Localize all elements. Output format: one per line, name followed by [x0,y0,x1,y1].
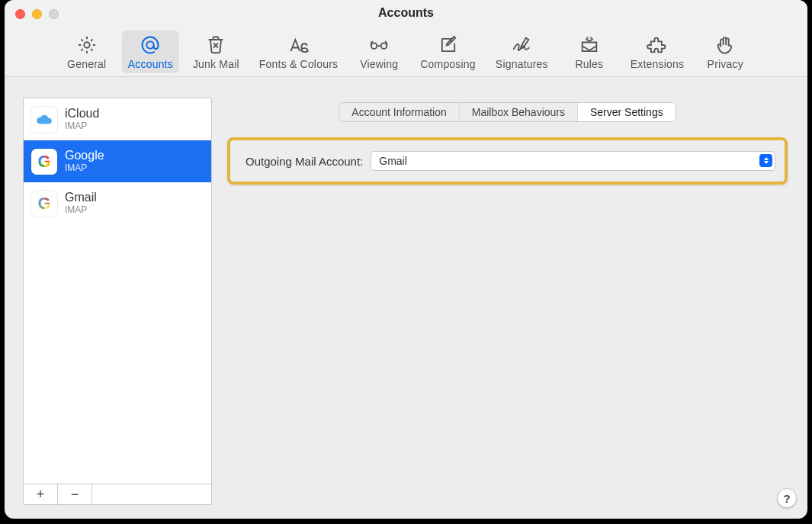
toolbar-viewing[interactable]: Viewing [351,31,406,73]
account-name: iCloud [65,107,99,121]
toolbar-label: Accounts [128,58,173,70]
remove-account-button[interactable]: − [58,484,92,504]
toolbar-privacy[interactable]: Privacy [698,31,753,73]
titlebar: Accounts General Accounts Junk Mail [5,0,807,77]
toolbar-junk-mail[interactable]: Junk Mail [187,31,246,73]
toolbar-fonts[interactable]: Fonts & Colours [253,31,344,73]
svg-point-2 [371,43,377,48]
toolbar-label: Composing [420,58,476,70]
outgoing-mail-label: Outgoing Mail Account: [246,155,363,168]
toolbar-rules[interactable]: Rules [562,31,617,73]
hand-icon [714,34,737,56]
toolbar-label: Rules [575,58,603,70]
toolbar-label: Junk Mail [193,58,239,70]
toolbar-composing[interactable]: Composing [414,31,482,73]
accounts-footer: + − [24,484,211,504]
toolbar-general[interactable]: General [59,31,114,73]
account-proto: IMAP [65,205,97,216]
at-sign-icon [139,34,162,56]
tab-server-settings[interactable]: Server Settings [578,103,676,121]
account-row-google[interactable]: G Google IMAP [24,140,211,182]
add-account-button[interactable]: + [24,484,58,504]
help-button[interactable]: ? [777,488,797,508]
preferences-window: Accounts General Accounts Junk Mail [5,0,807,519]
account-proto: IMAP [65,121,99,132]
rules-icon [578,34,601,56]
glasses-icon [367,34,390,56]
gmail-icon: G [31,191,57,217]
accounts-scroll: iCloud IMAP G Google IMAP G Gmail IMAP [24,98,211,484]
toolbar-label: Fonts & Colours [259,58,338,70]
outgoing-mail-highlight: Outgoing Mail Account: Gmail [227,137,788,185]
outgoing-mail-value: Gmail [379,155,407,167]
accounts-sidebar: iCloud IMAP G Google IMAP G Gmail IMAP [23,98,212,505]
account-tabs: Account Information Mailbox Behaviours S… [339,102,676,122]
google-icon: G [31,149,57,175]
toolbar-extensions[interactable]: Extensions [624,31,690,73]
footer-spacer [92,484,211,504]
account-detail-pane: Account Information Mailbox Behaviours S… [221,98,794,505]
popup-arrows-icon [759,154,772,167]
tabs-container: Account Information Mailbox Behaviours S… [221,102,794,122]
toolbar-label: General [67,58,106,70]
svg-point-0 [84,42,89,47]
account-row-gmail[interactable]: G Gmail IMAP [24,182,211,224]
account-name: Google [65,149,104,162]
signature-icon [510,34,533,56]
outgoing-mail-popup[interactable]: Gmail [371,151,775,171]
puzzle-icon [646,34,669,56]
trash-icon [204,34,227,56]
toolbar-label: Signatures [496,58,548,70]
account-row-icloud[interactable]: iCloud IMAP [24,98,211,140]
icloud-icon [31,107,57,133]
content-area: iCloud IMAP G Google IMAP G Gmail IMAP [5,76,807,519]
compose-icon [437,34,460,56]
gear-icon [75,34,98,56]
tab-account-information[interactable]: Account Information [339,103,460,121]
tab-mailbox-behaviours[interactable]: Mailbox Behaviours [460,103,578,121]
svg-point-1 [147,41,154,48]
toolbar-accounts[interactable]: Accounts [122,31,179,73]
account-name: Gmail [65,191,97,204]
toolbar-signatures[interactable]: Signatures [489,31,554,73]
svg-point-3 [381,43,387,48]
fonts-icon [287,34,310,56]
toolbar-label: Privacy [708,58,743,70]
toolbar-label: Viewing [360,58,398,70]
account-proto: IMAP [65,163,104,174]
toolbar-label: Extensions [631,58,684,70]
window-title: Accounts [5,6,807,20]
prefs-toolbar: General Accounts Junk Mail Fonts & Colou… [5,31,807,73]
